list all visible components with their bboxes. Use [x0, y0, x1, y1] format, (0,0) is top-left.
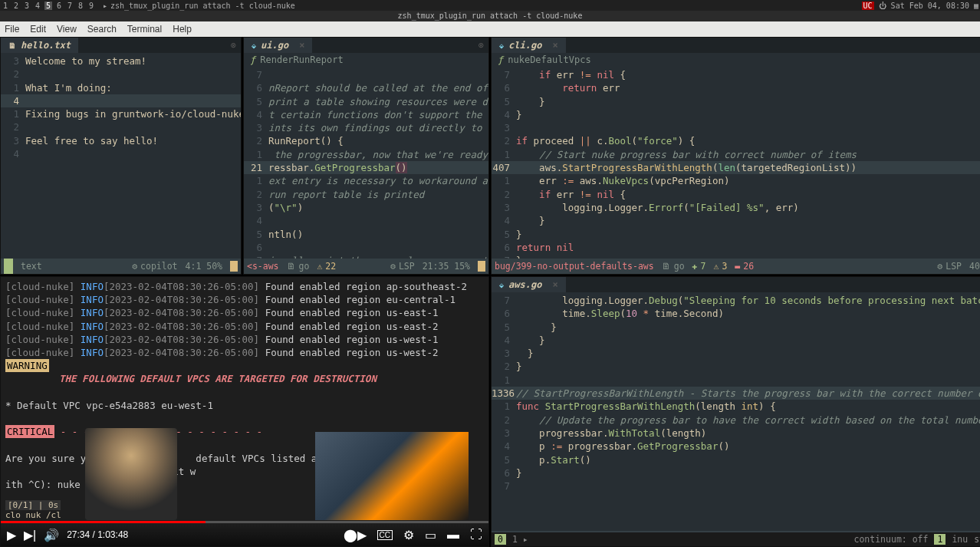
window-title: zsh_tmux_plugin_run attach -t cloud-nuke: [0, 11, 980, 21]
workspace-5[interactable]: 5: [44, 2, 52, 10]
video-time: 27:34 / 1:03:48: [67, 529, 128, 540]
tmux-statusbar: 0 1 ▸ continuum: off 1 inu status: off: [492, 532, 980, 546]
pane-close-icon[interactable]: ⊗: [478, 40, 488, 51]
workspace-7[interactable]: 7: [66, 2, 74, 10]
tab-cli[interactable]: ⬙ cli.go ×: [492, 38, 566, 53]
editor-aws[interactable]: 7 logging.Logger.Debug("Sleeping for 10 …: [492, 292, 980, 531]
tab-ui[interactable]: ⬙ ui.go ×: [244, 38, 312, 53]
clock: Sat Feb 04, 08:30: [891, 2, 969, 10]
pane-hello: 🗎 hello.txt ⊗ 3Welcome to my stream!21Wh…: [0, 37, 242, 275]
autoplay-toggle[interactable]: ⬤▶: [344, 528, 367, 542]
mode-indicator: [4, 259, 13, 274]
theater-icon[interactable]: ▬: [447, 528, 459, 542]
volume-icon[interactable]: 🔊: [44, 528, 59, 542]
cc-button[interactable]: CC: [377, 530, 393, 540]
menu-terminal[interactable]: Terminal: [127, 24, 162, 35]
grid-icon[interactable]: ▦: [974, 2, 978, 10]
editor-cli[interactable]: 7 if err != nil { 6 return err 5 } 4} 3 …: [492, 67, 980, 259]
go-icon: ⬙: [252, 41, 256, 50]
video-controls: ▶ ▶| 🔊 27:34 / 1:03:48 ⬤▶ CC ⚙ ▭ ▬ ⛶: [1, 523, 488, 546]
file-icon: 🗎: [8, 41, 16, 50]
workspace-2[interactable]: 2: [12, 2, 20, 10]
menu-view[interactable]: View: [57, 24, 77, 35]
tmux-window-1[interactable]: 1 ▸: [512, 534, 528, 545]
taskbar-app-title: zsh_tmux_plugin_run attach -t cloud-nuke: [110, 2, 295, 10]
pane-ui: ⬙ ui.go × ⊗ ƒRenderRunReport 76nReport s…: [243, 37, 489, 275]
tab-hello[interactable]: 🗎 hello.txt: [1, 38, 78, 53]
workspace-4[interactable]: 4: [34, 2, 41, 10]
go-icon: ⬙: [499, 41, 504, 50]
git-branch: <s-aws: [247, 261, 279, 272]
breadcrumb-cli[interactable]: ƒnukeDefaultVpcs: [492, 53, 980, 67]
workspace-8[interactable]: 8: [77, 2, 84, 10]
menu-edit[interactable]: Edit: [30, 24, 46, 35]
miniplayer-icon[interactable]: ▭: [425, 528, 436, 542]
system-taskbar: 1 2 3 4 5 6 7 8 9 ▸ zsh_tmux_plugin_run …: [0, 0, 980, 11]
editor-ui[interactable]: 76nReport should be called at the end of…: [244, 67, 488, 259]
play-button[interactable]: ▶: [7, 528, 16, 542]
fullscreen-icon[interactable]: ⛶: [470, 528, 482, 542]
settings-icon[interactable]: ⚙: [403, 528, 414, 542]
go-icon: ⬙: [499, 281, 504, 289]
pane-close-icon[interactable]: ⊗: [231, 40, 241, 51]
git-branch: bug/399-no-output-defaults-aws: [495, 261, 654, 272]
workspace-6[interactable]: 6: [55, 2, 63, 10]
close-icon[interactable]: ×: [299, 40, 304, 51]
next-button[interactable]: ▶|: [24, 528, 36, 542]
close-icon[interactable]: ×: [552, 279, 557, 290]
menu-file[interactable]: File: [5, 24, 19, 35]
status-cli: bug/399-no-output-defaults-aws 🗎 go ✚ 7 …: [492, 259, 980, 274]
workspace-1[interactable]: 1: [2, 2, 9, 10]
app-menubar: File Edit View Search Terminal Help: [0, 21, 980, 37]
menu-search[interactable]: Search: [87, 24, 117, 35]
power-icon[interactable]: ⏻: [879, 2, 886, 10]
tmux-window-0[interactable]: 0: [495, 534, 506, 545]
webcam-overlay: [85, 428, 177, 520]
workspace-3[interactable]: 3: [23, 2, 31, 10]
tray-badge[interactable]: UC: [862, 2, 874, 10]
seek-status: [0/1] | 0s clo nuk /cl: [5, 500, 61, 520]
menu-help[interactable]: Help: [173, 24, 192, 35]
status-hello: text ⚙ copilot 4:1 50%: [1, 259, 241, 274]
pane-terminal: [cloud-nuke] INFO[2023-02-04T08:30:26-05…: [0, 276, 489, 547]
filetype: text: [21, 261, 42, 272]
pane-cli: ⬙ cli.go × ⊗ ƒnukeDefaultVpcs 7 if err !…: [491, 37, 980, 275]
pane-aws: ⬙ aws.go × ⊗ 7 logging.Logger.Debug("Sle…: [491, 276, 980, 547]
deskcam-overlay: [315, 432, 469, 520]
workspace-9[interactable]: 9: [87, 2, 95, 10]
status-ui: <s-aws 🗎 go ⚠ 22 ⚙ LSP 21:35 15%: [244, 259, 488, 274]
editor-hello[interactable]: 3Welcome to my stream!21What I'm doing:4…: [1, 53, 241, 259]
breadcrumb-ui[interactable]: ƒRenderRunReport: [244, 53, 488, 67]
tab-aws[interactable]: ⬙ aws.go ×: [492, 277, 566, 292]
close-icon[interactable]: ×: [552, 40, 557, 51]
